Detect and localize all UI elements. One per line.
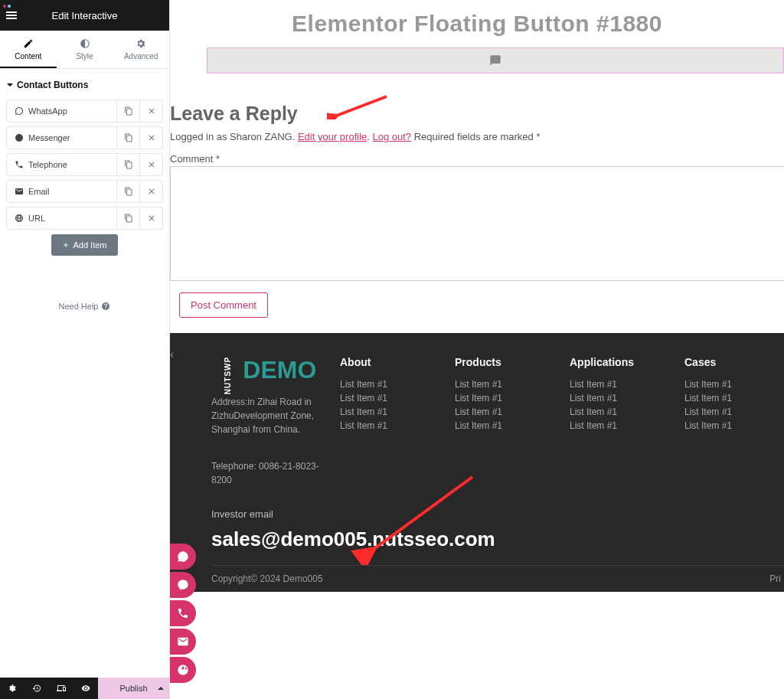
back-arrow[interactable]: ‹ <box>170 348 174 361</box>
footer-logo: NUTSWPDEMO <box>211 356 325 384</box>
login-info: Logged in as Sharon ZANG. Edit your prof… <box>170 131 784 142</box>
page-footer: NUTSWPDEMO Address:in Zihai Road in Zizh… <box>170 333 784 592</box>
email-icon <box>15 187 24 196</box>
item-telephone[interactable]: Telephone <box>6 153 163 176</box>
need-help-link[interactable]: Need Help <box>6 302 163 311</box>
chat-icon <box>489 54 501 67</box>
panel-body: Contact Buttons WhatsApp Messenger <box>0 69 169 678</box>
list-item[interactable]: List Item #1 <box>684 407 784 417</box>
list-item[interactable]: List Item #1 <box>570 407 669 417</box>
list-item[interactable]: List Item #1 <box>684 420 784 431</box>
post-comment-button[interactable]: Post Comment <box>179 292 268 318</box>
list-item[interactable]: List Item #1 <box>455 420 554 431</box>
sidebar-tabs: Content Style Advanced <box>0 31 169 69</box>
list-item[interactable]: List Item #1 <box>570 393 669 403</box>
contrast-icon <box>80 38 90 49</box>
duplicate-button[interactable] <box>116 154 139 175</box>
list-item[interactable]: List Item #1 <box>340 420 439 431</box>
float-email[interactable] <box>170 629 196 655</box>
reply-heading: Leave a Reply <box>170 103 784 125</box>
delete-button[interactable] <box>139 127 162 149</box>
investor-email: sales@demo005.nutsseo.com <box>211 528 784 551</box>
duplicate-button[interactable] <box>116 127 139 149</box>
chevron-up-icon <box>157 684 165 692</box>
list-item[interactable]: List Item #1 <box>455 407 554 417</box>
duplicate-button[interactable] <box>116 181 139 202</box>
help-icon <box>101 302 110 311</box>
item-url[interactable]: URL <box>6 207 163 230</box>
float-whatsapp[interactable] <box>170 544 196 570</box>
footer-col-products: Products List Item #1List Item #1List It… <box>455 356 554 487</box>
footer-telephone: Telephone: 0086-21-8023-8200 <box>211 459 325 487</box>
eye-icon <box>81 684 90 693</box>
sidebar-header: Edit Interactive <box>0 0 169 31</box>
messenger-icon <box>15 133 24 142</box>
globe-icon <box>15 214 24 223</box>
list-item[interactable]: List Item #1 <box>570 379 669 390</box>
preview-area: Elementor Floating Button #1880 Leave a … <box>170 0 784 699</box>
list-item[interactable]: List Item #1 <box>340 407 439 417</box>
chevron-down-icon <box>6 81 14 89</box>
list-item[interactable]: List Item #1 <box>455 393 554 403</box>
footer-address: Address:in Zihai Road in ZizhuDevelopmen… <box>211 395 325 436</box>
whatsapp-icon <box>177 550 189 563</box>
investor-label: Investor email <box>211 508 784 520</box>
history-icon <box>32 684 41 693</box>
hamburger-icon[interactable] <box>6 11 17 19</box>
sidebar-title: Edit Interactive <box>52 10 118 21</box>
duplicate-button[interactable] <box>116 100 139 122</box>
list-item[interactable]: List Item #1 <box>340 379 439 390</box>
editor-sidebar: Edit Interactive Content Style Advanced … <box>0 0 170 699</box>
list-item[interactable]: List Item #1 <box>570 420 669 431</box>
list-item[interactable]: List Item #1 <box>340 393 439 403</box>
svg-point-0 <box>15 134 23 142</box>
preview-button[interactable] <box>74 678 98 699</box>
settings-button[interactable] <box>0 678 24 699</box>
comment-label: Comment * <box>170 153 784 165</box>
reply-section: Leave a Reply Logged in as Sharon ZANG. … <box>170 103 784 283</box>
duplicate-button[interactable] <box>116 207 139 229</box>
phone-icon <box>177 607 189 619</box>
list-item[interactable]: List Item #1 <box>684 393 784 403</box>
gear-icon <box>136 38 146 49</box>
list-item[interactable]: List Item #1 <box>455 379 554 390</box>
floating-widget-placeholder[interactable] <box>207 47 784 73</box>
publish-button[interactable]: Publish <box>98 678 169 699</box>
globe-icon <box>177 664 189 676</box>
float-messenger[interactable] <box>170 572 196 598</box>
history-button[interactable] <box>24 678 49 699</box>
logout-link[interactable]: Log out? <box>373 131 412 142</box>
phone-icon <box>15 160 24 169</box>
footer-col-cases: Cases List Item #1List Item #1List Item … <box>684 356 784 487</box>
pencil-icon <box>23 38 34 49</box>
delete-button[interactable] <box>139 100 162 122</box>
comment-textarea[interactable] <box>170 166 784 281</box>
add-item-button[interactable]: Add Item <box>51 234 117 256</box>
section-contact-buttons[interactable]: Contact Buttons <box>6 80 163 90</box>
tab-content[interactable]: Content <box>0 31 57 68</box>
item-messenger[interactable]: Messenger <box>6 126 163 149</box>
status-dots <box>3 0 12 10</box>
edit-profile-link[interactable]: Edit your profile <box>298 131 367 142</box>
delete-button[interactable] <box>139 181 162 202</box>
tab-style[interactable]: Style <box>57 31 113 68</box>
float-url[interactable] <box>170 657 196 683</box>
plus-icon <box>62 241 70 249</box>
copyright: Copyright© 2024 Demo005 Pri <box>211 565 784 592</box>
messenger-icon <box>177 579 189 591</box>
item-whatsapp[interactable]: WhatsApp <box>6 100 163 122</box>
footer-col-applications: Applications List Item #1List Item #1Lis… <box>570 356 669 487</box>
list-item[interactable]: List Item #1 <box>684 379 784 390</box>
responsive-button[interactable] <box>49 678 74 699</box>
email-icon <box>177 635 189 648</box>
footer-col-about: About List Item #1List Item #1List Item … <box>340 356 439 487</box>
gear-icon <box>8 684 17 693</box>
delete-button[interactable] <box>139 207 162 229</box>
page-title: Elementor Floating Button #1880 <box>170 11 784 37</box>
delete-button[interactable] <box>139 154 162 175</box>
tab-advanced[interactable]: Advanced <box>113 31 169 68</box>
devices-icon <box>57 684 66 693</box>
float-phone[interactable] <box>170 600 196 626</box>
item-email[interactable]: Email <box>6 180 163 203</box>
whatsapp-icon <box>15 106 24 116</box>
